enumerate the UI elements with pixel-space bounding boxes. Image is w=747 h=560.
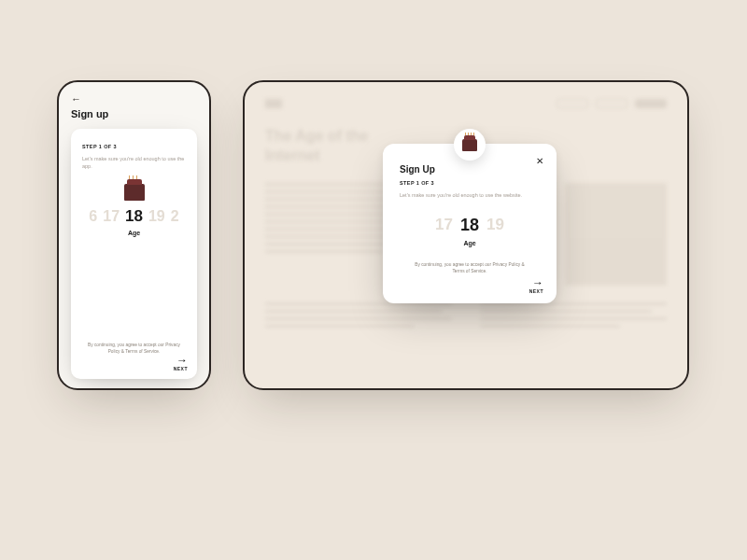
phone-signup-card: STEP 1 OF 3 Let's make sure you're old e…: [71, 129, 197, 379]
age-option[interactable]: 2: [171, 208, 179, 225]
phone-title: Sign up: [71, 108, 197, 119]
age-option[interactable]: 19: [148, 208, 165, 225]
cake-icon: [124, 184, 145, 201]
phone-next-button[interactable]: → NEXT: [174, 355, 188, 371]
age-option[interactable]: 19: [486, 216, 504, 234]
phone-step-indicator: STEP 1 OF 3: [82, 144, 186, 149]
phone-age-row[interactable]: 6 17 18 19 2: [82, 206, 186, 227]
age-option-selected[interactable]: 18: [460, 216, 479, 235]
bg-image-placeholder: [565, 183, 667, 286]
phone-legal-text: By continuing, you agree to accept our P…: [82, 342, 186, 355]
modal-next-label: NEXT: [529, 288, 543, 294]
close-button[interactable]: ✕: [536, 157, 543, 166]
tablet-frame: The Age of the Internet: [243, 80, 689, 390]
age-option[interactable]: 17: [435, 216, 453, 234]
bg-text-block: [480, 302, 667, 332]
back-button[interactable]: ←: [71, 94, 197, 105]
nav-button: [635, 99, 667, 108]
modal-icon-badge: [454, 129, 486, 161]
phone-age-picker[interactable]: 6 17 18 19 2 Age: [82, 206, 186, 236]
bg-text-block: [265, 302, 452, 332]
modal-age-label: Age: [400, 240, 540, 246]
phone-subtitle: Let's make sure you're old enough to use…: [82, 155, 186, 171]
phone-screen: ← Sign up STEP 1 OF 3 Let's make sure yo…: [59, 82, 209, 388]
nav-button: [596, 99, 627, 108]
age-option[interactable]: 6: [89, 208, 97, 225]
modal-next-button[interactable]: → NEXT: [529, 277, 543, 294]
logo-placeholder: [265, 99, 282, 108]
arrow-right-icon: →: [174, 355, 188, 366]
phone-age-label: Age: [82, 230, 186, 236]
modal-age-row[interactable]: 17 18 19: [400, 214, 540, 236]
phone-next-label: NEXT: [174, 366, 188, 371]
modal-title: Sign Up: [400, 164, 540, 175]
modal-subtitle: Let's make sure you're old enough to use…: [400, 191, 540, 199]
nav-row: [265, 99, 667, 108]
age-option[interactable]: 17: [103, 208, 120, 225]
cake-icon: [462, 139, 477, 151]
age-option-selected[interactable]: 18: [125, 207, 143, 226]
nav-button: [557, 99, 588, 108]
phone-frame: ← Sign up STEP 1 OF 3 Let's make sure yo…: [57, 80, 211, 390]
modal-step-indicator: STEP 1 OF 3: [400, 180, 540, 186]
modal-legal-text: By continuing, you agree to accept our P…: [400, 261, 540, 274]
arrow-right-icon: →: [529, 277, 543, 288]
signup-modal: ✕ Sign Up STEP 1 OF 3 Let's make sure yo…: [383, 144, 557, 303]
modal-age-picker[interactable]: 17 18 19 Age: [400, 214, 540, 246]
